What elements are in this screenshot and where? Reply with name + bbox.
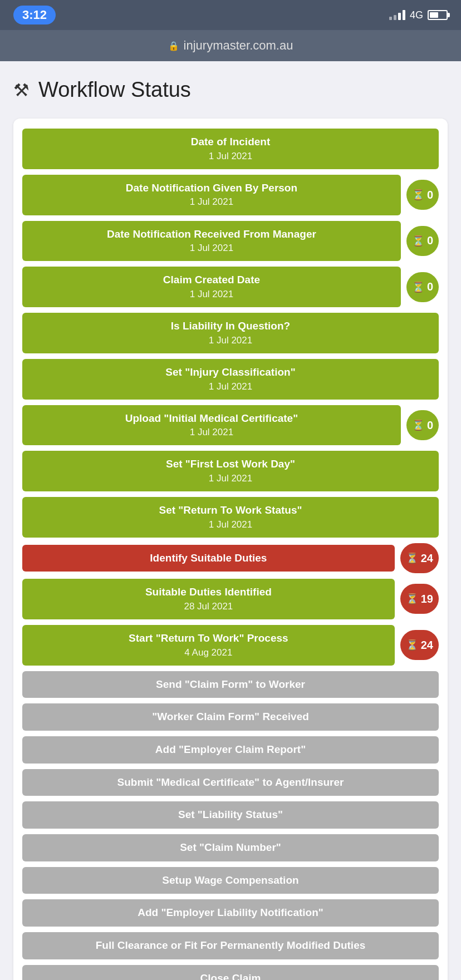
workflow-btn-initial-medical-certificate[interactable]: Upload "Initial Medical Certificate"1 Ju… xyxy=(22,405,401,446)
page-header: ⚒ Workflow Status xyxy=(13,72,448,107)
badge-initial-medical-certificate: ⏳0 xyxy=(406,410,439,440)
clock-icon: ⏳ xyxy=(406,639,418,651)
workflow-date: 28 Jul 2021 xyxy=(30,600,387,613)
workflow-btn-add-employer-liability-notification[interactable]: Add "Employer Liability Notification" xyxy=(22,899,439,927)
lock-icon: 🔒 xyxy=(168,41,179,51)
workflow-btn-worker-claim-form-received[interactable]: "Worker Claim Form" Received xyxy=(22,703,439,731)
workflow-label: Date of Incident xyxy=(191,136,271,147)
workflow-btn-set-claim-number[interactable]: Set "Claim Number" xyxy=(22,834,439,861)
badge-value: 0 xyxy=(427,280,433,293)
workflow-row-date-notification-manager: Date Notification Received From Manager1… xyxy=(22,221,439,262)
workflow-row-start-return-to-work: Start "Return To Work" Process4 Aug 2021… xyxy=(22,625,439,666)
workflow-btn-full-clearance[interactable]: Full Clearance or Fit For Permanently Mo… xyxy=(22,932,439,959)
workflow-row-initial-medical-certificate: Upload "Initial Medical Certificate"1 Ju… xyxy=(22,405,439,446)
workflow-btn-date-of-incident[interactable]: Date of Incident1 Jul 2021 xyxy=(22,129,439,169)
clock-icon: ⏳ xyxy=(406,593,418,605)
workflow-btn-date-notification-manager[interactable]: Date Notification Received From Manager1… xyxy=(22,221,401,262)
workflow-row-identify-suitable-duties: Identify Suitable Duties⏳24 xyxy=(22,543,439,573)
workflow-row-date-of-incident: Date of Incident1 Jul 2021 xyxy=(22,129,439,169)
workflow-label: Close Claim xyxy=(200,972,261,980)
workflow-date: 4 Aug 2021 xyxy=(30,647,387,659)
signal-icon xyxy=(389,10,405,20)
workflow-btn-send-claim-form[interactable]: Send "Claim Form" to Worker xyxy=(22,671,439,698)
workflow-label: Add "Employer Claim Report" xyxy=(155,743,306,755)
workflow-row-full-clearance: Full Clearance or Fit For Permanently Mo… xyxy=(22,932,439,959)
badge-value: 24 xyxy=(421,552,433,565)
clock-icon: ⏳ xyxy=(412,419,424,431)
workflow-label: Suitable Duties Identified xyxy=(145,586,272,598)
browser-bar: 🔒 injurymaster.com.au xyxy=(0,30,461,61)
network-label: 4G xyxy=(410,9,423,21)
badge-value: 0 xyxy=(427,419,433,432)
badge-claim-created-date: ⏳0 xyxy=(406,272,439,302)
workflow-row-set-claim-number: Set "Claim Number" xyxy=(22,834,439,861)
workflow-row-set-liability-status: Set "Liability Status" xyxy=(22,801,439,829)
workflow-date: 1 Jul 2021 xyxy=(30,426,393,439)
clock-icon: ⏳ xyxy=(412,281,424,293)
workflow-label: Send "Claim Form" to Worker xyxy=(156,678,305,690)
workflow-btn-identify-suitable-duties[interactable]: Identify Suitable Duties xyxy=(22,545,395,572)
workflow-label: Is Liability In Question? xyxy=(171,320,290,332)
workflow-date: 1 Jul 2021 xyxy=(30,150,431,162)
workflow-date: 1 Jul 2021 xyxy=(30,242,393,254)
workflow-row-add-employer-liability-notification: Add "Employer Liability Notification" xyxy=(22,899,439,927)
workflow-card: Date of Incident1 Jul 2021Date Notificat… xyxy=(13,119,448,980)
workflow-row-submit-medical-certificate: Submit "Medical Certificate" to Agent/In… xyxy=(22,769,439,796)
workflow-label: Full Clearance or Fit For Permanently Mo… xyxy=(96,939,366,951)
workflow-date: 1 Jul 2021 xyxy=(30,334,431,347)
workflow-btn-injury-classification[interactable]: Set "Injury Classification"1 Jul 2021 xyxy=(22,359,439,400)
workflow-btn-first-lost-work-day[interactable]: Set "First Lost Work Day"1 Jul 2021 xyxy=(22,451,439,491)
workflow-btn-submit-medical-certificate[interactable]: Submit "Medical Certificate" to Agent/In… xyxy=(22,769,439,796)
badge-date-notification-manager: ⏳0 xyxy=(406,226,439,256)
workflow-label: Set "First Lost Work Day" xyxy=(166,458,295,470)
badge-value: 19 xyxy=(421,593,433,605)
workflow-label: Date Notification Received From Manager xyxy=(107,228,316,240)
workflow-date: 1 Jul 2021 xyxy=(30,381,431,393)
main-content: ⚒ Workflow Status Date of Incident1 Jul … xyxy=(0,61,461,980)
workflow-label: Start "Return To Work" Process xyxy=(129,632,288,644)
badge-suitable-duties-identified: ⏳19 xyxy=(400,584,439,614)
workflow-label: Date Notification Given By Person xyxy=(126,182,297,194)
workflow-row-return-to-work-status: Set "Return To Work Status"1 Jul 2021 xyxy=(22,497,439,538)
badge-start-return-to-work: ⏳24 xyxy=(400,630,439,660)
status-right: 4G xyxy=(389,9,448,21)
workflow-row-suitable-duties-identified: Suitable Duties Identified28 Jul 2021⏳19 xyxy=(22,579,439,619)
workflow-row-send-claim-form: Send "Claim Form" to Worker xyxy=(22,671,439,698)
workflow-row-date-notification-person: Date Notification Given By Person1 Jul 2… xyxy=(22,175,439,215)
url-text: injurymaster.com.au xyxy=(184,38,293,53)
battery-icon xyxy=(428,10,448,20)
workflow-date: 1 Jul 2021 xyxy=(30,288,393,301)
workflow-row-injury-classification: Set "Injury Classification"1 Jul 2021 xyxy=(22,359,439,400)
workflow-btn-start-return-to-work[interactable]: Start "Return To Work" Process4 Aug 2021 xyxy=(22,625,395,666)
workflow-row-setup-wage-compensation: Setup Wage Compensation xyxy=(22,867,439,894)
clock-icon: ⏳ xyxy=(412,189,424,201)
workflow-label: Submit "Medical Certificate" to Agent/In… xyxy=(117,776,344,788)
workflow-btn-close-claim[interactable]: Close Claim xyxy=(22,965,439,980)
workflow-row-close-claim: Close Claim xyxy=(22,965,439,980)
workflow-row-worker-claim-form-received: "Worker Claim Form" Received xyxy=(22,703,439,731)
workflow-btn-date-notification-person[interactable]: Date Notification Given By Person1 Jul 2… xyxy=(22,175,401,215)
workflow-btn-suitable-duties-identified[interactable]: Suitable Duties Identified28 Jul 2021 xyxy=(22,579,395,619)
workflow-label: "Worker Claim Form" Received xyxy=(152,711,309,722)
workflow-label: Add "Employer Liability Notification" xyxy=(138,907,323,918)
workflow-date: 1 Jul 2021 xyxy=(30,472,431,485)
workflow-label: Set "Return To Work Status" xyxy=(159,504,302,516)
workflow-date: 1 Jul 2021 xyxy=(30,196,393,208)
workflow-btn-add-employer-claim-report[interactable]: Add "Employer Claim Report" xyxy=(22,736,439,764)
workflow-icon: ⚒ xyxy=(13,80,30,101)
workflow-label: Identify Suitable Duties xyxy=(150,552,267,564)
badge-value: 0 xyxy=(427,234,433,247)
workflow-label: Claim Created Date xyxy=(163,274,260,285)
status-time: 3:12 xyxy=(13,6,56,24)
workflow-label: Set "Liability Status" xyxy=(178,809,283,820)
workflow-row-add-employer-claim-report: Add "Employer Claim Report" xyxy=(22,736,439,764)
badge-identify-suitable-duties: ⏳24 xyxy=(400,543,439,573)
workflow-btn-liability-in-question[interactable]: Is Liability In Question?1 Jul 2021 xyxy=(22,313,439,353)
badge-date-notification-person: ⏳0 xyxy=(406,180,439,210)
workflow-btn-setup-wage-compensation[interactable]: Setup Wage Compensation xyxy=(22,867,439,894)
workflow-btn-claim-created-date[interactable]: Claim Created Date1 Jul 2021 xyxy=(22,267,401,307)
workflow-label: Set "Injury Classification" xyxy=(165,366,295,378)
workflow-btn-return-to-work-status[interactable]: Set "Return To Work Status"1 Jul 2021 xyxy=(22,497,439,538)
workflow-row-first-lost-work-day: Set "First Lost Work Day"1 Jul 2021 xyxy=(22,451,439,491)
workflow-btn-set-liability-status[interactable]: Set "Liability Status" xyxy=(22,801,439,829)
